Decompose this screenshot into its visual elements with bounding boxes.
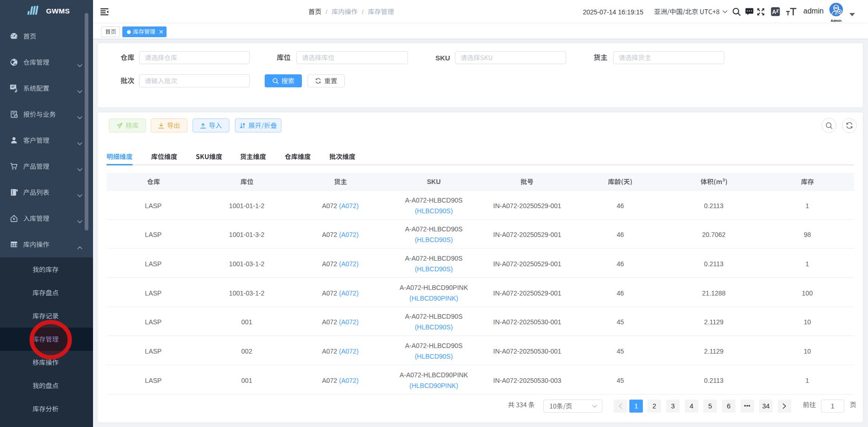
svg-text:A: A — [772, 9, 776, 15]
